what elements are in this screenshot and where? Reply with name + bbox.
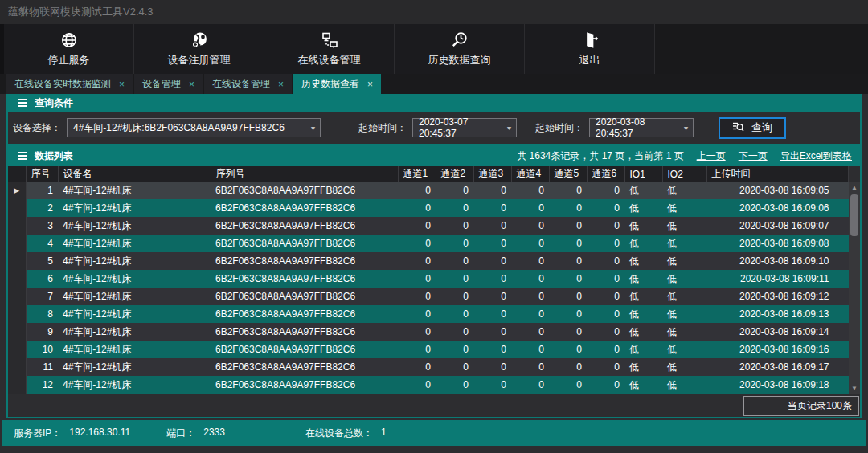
cell-ch3: 0	[473, 323, 511, 341]
cell-ch5: 0	[549, 270, 587, 288]
cell-device: 4#车间-12#机床	[58, 235, 211, 252]
cell-ch4: 0	[511, 288, 549, 305]
close-icon[interactable]: ×	[189, 80, 194, 89]
col-header-time: 上传时间	[706, 166, 849, 182]
cell-ch2: 0	[436, 217, 473, 235]
tab-online-realtime-monitor[interactable]: 在线设备实时数据监测 ×	[6, 74, 133, 94]
cell-serial: 6B2F063C8A8AA9A97FFB82C6	[211, 199, 398, 217]
cell-ch5: 0	[549, 376, 587, 394]
scroll-down-icon[interactable]: ▼	[849, 382, 860, 394]
query-section-title: 查询条件	[35, 96, 73, 110]
cell-ch1: 0	[398, 288, 436, 305]
table-row[interactable]: 24#车间-12#机床6B2F063C8A8AA9A97FFB82C600000…	[8, 199, 849, 217]
table-row[interactable]: 84#车间-12#机床6B2F063C8A8AA9A97FFB82C600000…	[8, 305, 849, 323]
cell-ch6: 0	[587, 270, 624, 288]
col-header-ch4: 通道4	[511, 166, 549, 182]
table-row[interactable]: ▶14#车间-12#机床6B2F063C8A8AA9A97FFB82C60000…	[8, 182, 849, 199]
cell-serial: 6B2F063C8A8AA9A97FFB82C6	[211, 288, 398, 305]
table-row[interactable]: 124#车间-12#机床6B2F063C8A8AA9A97FFB82C60000…	[8, 376, 849, 394]
cell-ch2: 0	[436, 235, 473, 252]
table-row[interactable]: 54#车间-12#机床6B2F063C8A8AA9A97FFB82C600000…	[8, 252, 849, 270]
chevron-down-icon: ▼	[506, 125, 513, 131]
header-gutter	[8, 166, 26, 182]
export-excel-link[interactable]: 导出Excel到表格	[780, 149, 852, 163]
cell-ch2: 0	[436, 305, 473, 323]
cell-io1: 低	[624, 305, 662, 323]
device-select[interactable]: 4#车间-12#机床:6B2F063C8A8AA9A97FFB82C6 ▼	[67, 118, 321, 137]
row-gutter	[8, 252, 26, 270]
cell-ch6: 0	[587, 288, 624, 305]
table-row[interactable]: 44#车间-12#机床6B2F063C8A8AA9A97FFB82C600000…	[8, 235, 849, 252]
cell-ch3: 0	[473, 252, 511, 270]
table-header-row: 序号 设备名 序列号 通道1 通道2 通道3 通道4 通道5 通道6 IO1 I…	[8, 166, 849, 182]
cell-ch5: 0	[549, 217, 587, 235]
start-time-picker[interactable]: 2020-03-07 20:45:37 ▼	[412, 118, 517, 137]
close-icon[interactable]: ×	[367, 80, 373, 89]
toolbar-button-device-register[interactable]: 设备注册管理	[134, 24, 264, 74]
cell-ch2: 0	[436, 358, 473, 376]
row-gutter	[8, 376, 26, 394]
tab-history-data-view[interactable]: 历史数据查看 ×	[293, 74, 381, 94]
col-header-io1: IO1	[624, 166, 662, 182]
cell-ch6: 0	[587, 341, 624, 358]
tab-label: 设备管理	[142, 77, 181, 91]
toolbar-button-exit[interactable]: 退出	[525, 24, 655, 74]
data-table: 序号 设备名 序列号 通道1 通道2 通道3 通道4 通道5 通道6 IO1 I…	[8, 166, 849, 394]
cell-ch3: 0	[473, 199, 511, 217]
cell-device: 4#车间-12#机床	[58, 199, 211, 217]
vertical-scrollbar[interactable]: ▲ ▼	[849, 182, 860, 394]
cell-io1: 低	[624, 199, 662, 217]
cell-io1: 低	[624, 217, 662, 235]
cell-io2: 低	[662, 235, 706, 252]
data-table-zone: 序号 设备名 序列号 通道1 通道2 通道3 通道4 通道5 通道6 IO1 I…	[8, 166, 860, 394]
cell-io2: 低	[662, 376, 706, 394]
toolbar-button-online-devices[interactable]: 在线设备管理	[264, 24, 395, 74]
col-header-ch2: 通道2	[436, 166, 473, 182]
table-row[interactable]: 64#车间-12#机床6B2F063C8A8AA9A97FFB82C600000…	[8, 270, 849, 288]
scrollbar-thumb[interactable]	[850, 194, 858, 236]
cell-serial: 6B2F063C8A8AA9A97FFB82C6	[211, 182, 398, 199]
table-row[interactable]: 104#车间-12#机床6B2F063C8A8AA9A97FFB82C60000…	[8, 341, 849, 358]
col-header-ch5: 通道5	[549, 166, 587, 182]
cell-ch5: 0	[549, 252, 587, 270]
close-icon[interactable]: ×	[278, 80, 284, 89]
list-icon	[18, 152, 27, 160]
row-gutter	[8, 270, 26, 288]
pagination: 共 1634条记录，共 17 页，当前第 1 页 上一页 下一页 导出Excel…	[517, 149, 852, 163]
cell-ch2: 0	[436, 199, 473, 217]
row-gutter	[8, 323, 26, 341]
toolbar-button-label: 在线设备管理	[298, 53, 361, 67]
server-ip-label: 服务器IP：	[14, 426, 61, 440]
query-button[interactable]: 查询	[719, 117, 786, 139]
cell-device: 4#车间-12#机床	[58, 323, 211, 341]
server-ip-value: 192.168.30.11	[69, 426, 130, 440]
close-icon[interactable]: ×	[119, 80, 125, 89]
query-panel: 查询条件 设备选择： 4#车间-12#机床:6B2F063C8A8AA9A97F…	[6, 94, 862, 145]
col-header-ch3: 通道3	[473, 166, 511, 182]
app-window: 蕴貅物联网模块测试工具V2.4.3 停止服务	[0, 0, 868, 453]
toolbar-button-history-query[interactable]: 历史数据查询	[395, 24, 525, 74]
table-row[interactable]: 34#车间-12#机床6B2F063C8A8AA9A97FFB82C600000…	[8, 217, 849, 235]
cell-no: 12	[26, 376, 58, 394]
table-row[interactable]: 94#车间-12#机床6B2F063C8A8AA9A97FFB82C600000…	[8, 323, 849, 341]
end-time-picker[interactable]: 2020-03-08 20:45:37 ▼	[589, 118, 694, 137]
page-records-button[interactable]: 当页记录100条	[743, 396, 859, 416]
cell-ch1: 0	[398, 323, 436, 341]
cell-io2: 低	[662, 217, 706, 235]
cell-ch6: 0	[587, 199, 624, 217]
table-row[interactable]: 74#车间-12#机床6B2F063C8A8AA9A97FFB82C600000…	[8, 288, 849, 305]
data-panel-header: 数据列表 共 1634条记录，共 17 页，当前第 1 页 上一页 下一页 导出…	[8, 145, 860, 166]
cell-io2: 低	[662, 199, 706, 217]
port-label: 端口：	[166, 426, 195, 440]
scroll-up-icon[interactable]: ▲	[849, 182, 860, 193]
toolbar-button-stop-service[interactable]: 停止服务	[4, 24, 134, 74]
table-row[interactable]: 114#车间-12#机床6B2F063C8A8AA9A97FFB82C60000…	[8, 358, 849, 376]
next-page-link[interactable]: 下一页	[739, 149, 768, 163]
cell-serial: 6B2F063C8A8AA9A97FFB82C6	[211, 305, 398, 323]
col-header-device: 设备名	[58, 166, 211, 182]
prev-page-link[interactable]: 上一页	[697, 149, 726, 163]
tab-online-device-management[interactable]: 在线设备管理 ×	[204, 74, 292, 94]
tab-device-management[interactable]: 设备管理 ×	[134, 74, 203, 94]
cell-io2: 低	[662, 305, 706, 323]
globe-plus-icon	[190, 31, 209, 50]
